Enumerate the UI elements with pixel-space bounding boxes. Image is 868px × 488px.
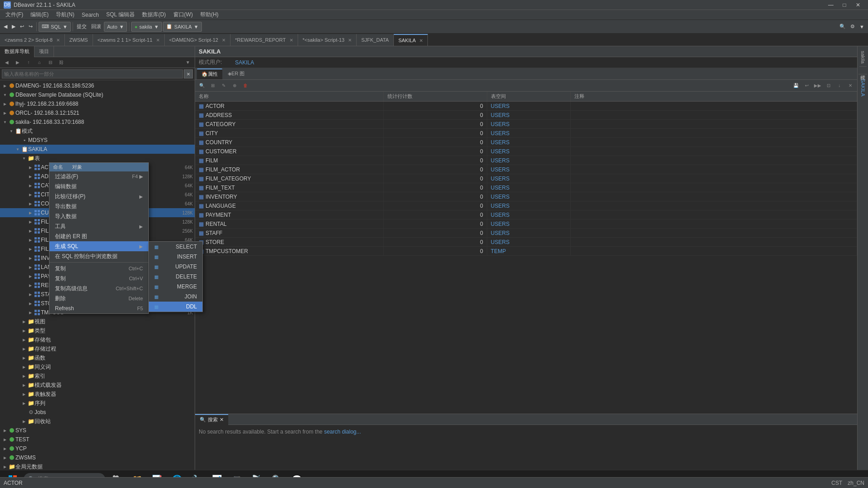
minimize-button[interactable]: — <box>824 0 837 10</box>
right-tab-schema[interactable]: 模式 <box>858 68 867 74</box>
table-add-btn[interactable]: ⊕ <box>230 81 240 90</box>
sql-mode-dropdown[interactable]: ⌨ SQL ▼ <box>39 22 71 32</box>
ctx-copy[interactable]: 复制 Ctrl+C <box>49 264 148 273</box>
table-row[interactable]: ▦INVENTORY0USERS <box>195 192 857 201</box>
table-row[interactable]: ▦STAFF0USERS <box>195 229 857 238</box>
editor-tab-3[interactable]: <DAMENG> Script-12 ✕ <box>165 34 230 46</box>
table-space-cell[interactable]: USERS <box>487 102 570 111</box>
table-revert-btn[interactable]: ↩ <box>802 81 812 90</box>
search-tab-close[interactable]: ✕ <box>220 417 224 423</box>
menu-sql[interactable]: SQL 编辑器 <box>103 10 138 20</box>
tree-item[interactable]: ⚙Jobs <box>0 408 195 417</box>
table-space-cell[interactable]: USERS <box>487 201 570 210</box>
tablespace-link[interactable]: USERS <box>491 139 510 146</box>
table-layout-btn[interactable]: ⊡ <box>824 81 834 90</box>
table-space-cell[interactable]: USERS <box>487 129 570 138</box>
ctx-delete-item[interactable]: 删除 Delete <box>49 293 148 303</box>
table-filter-btn[interactable]: ⊞ <box>208 81 218 90</box>
menu-database[interactable]: 数据库(D) <box>138 10 170 20</box>
right-tab-sakila[interactable]: sakila <box>859 48 867 67</box>
tablespace-link[interactable]: USERS <box>491 203 510 209</box>
tree-item[interactable]: ▶📁表触发器 <box>0 390 195 399</box>
ctx-browse-sql[interactable]: 在 SQL 控制台中浏览数据 <box>49 251 148 261</box>
table-row[interactable]: ▦STORE0USERS <box>195 238 857 247</box>
tab-projects[interactable]: 项目 <box>34 46 54 57</box>
menu-edit[interactable]: 编辑(E) <box>27 10 52 20</box>
nav-filter[interactable]: ▼ <box>183 58 193 67</box>
tree-item[interactable]: ▶ZWSMS <box>0 453 195 462</box>
tab-close[interactable]: ✕ <box>56 38 60 43</box>
tree-item[interactable]: ▶📁序列 <box>0 399 195 408</box>
ctx-filter[interactable]: 过滤器(F) F4 ▶ <box>49 171 148 181</box>
tree-item[interactable]: ▶TEST <box>0 435 195 444</box>
nav-link[interactable]: ⛓ <box>56 58 66 67</box>
ctx-ddl[interactable]: ▦ DDL <box>149 302 202 312</box>
table-space-cell[interactable]: USERS <box>487 192 570 201</box>
tree-item[interactable]: ▶📁同义词 <box>0 362 195 371</box>
tab-db-navigator[interactable]: 数据库导航 <box>0 46 34 57</box>
ctx-tools[interactable]: 工具 ▶ <box>49 221 148 231</box>
tablespace-link[interactable]: USERS <box>491 112 510 118</box>
tablespace-link[interactable]: USERS <box>491 121 510 127</box>
more-toolbar-btn[interactable]: ▼ <box>858 21 866 32</box>
tab-close[interactable]: ✕ <box>419 38 423 43</box>
tree-item[interactable]: ▶📁存储过程 <box>0 344 195 353</box>
menu-file[interactable]: 文件(F) <box>2 10 27 20</box>
tree-item[interactable]: ▶YCP <box>0 444 195 453</box>
tree-item[interactable]: ▶📁索引 <box>0 371 195 381</box>
tab-close[interactable]: ✕ <box>222 38 226 43</box>
table-row[interactable]: ▦LANGUAGE0USERS <box>195 201 857 210</box>
ctx-gen-sql[interactable]: 生成 SQL ▶ ▦ SELECT ▦ INSERT ▦ UPDATE ▦ DE… <box>49 241 148 251</box>
table-space-cell[interactable]: USERS <box>487 147 570 156</box>
ctx-join[interactable]: ▦ JOIN <box>149 292 202 302</box>
right-tab-sakila2[interactable]: SAKILA <box>859 76 867 99</box>
title-bar-controls[interactable]: — □ ✕ <box>824 0 864 10</box>
table-close-btn[interactable]: ✕ <box>845 81 855 90</box>
table-more-btn[interactable]: ▶▶ <box>813 81 823 90</box>
tree-item[interactable]: ▶📁存储包 <box>0 335 195 344</box>
table-row[interactable]: ▦CITY0USERS <box>195 129 857 138</box>
ctx-paste[interactable]: 复制 Ctrl+V <box>49 273 148 283</box>
tree-item[interactable]: ▶📁视图 <box>0 317 195 326</box>
table-space-cell[interactable]: USERS <box>487 138 570 147</box>
table-space-cell[interactable]: USERS <box>487 174 570 183</box>
tablespace-link[interactable]: USERS <box>491 130 510 137</box>
tree-item[interactable]: ▼📋模式 <box>0 127 195 136</box>
tablespace-link[interactable]: USERS <box>491 212 510 218</box>
tree-item[interactable]: ▶SYS <box>0 426 195 435</box>
tablespace-link[interactable]: USERS <box>491 103 510 109</box>
db-tab-er[interactable]: ◈ ER 图 <box>223 68 249 79</box>
table-save-btn[interactable]: 💾 <box>791 81 801 90</box>
editor-tab-2[interactable]: <zwsms 2 1 1> Script-11 ✕ <box>93 34 165 46</box>
ctx-compare[interactable]: 比较/迁移(P) ▶ <box>49 191 148 201</box>
menu-search[interactable]: Search <box>78 10 103 20</box>
tree-item[interactable]: ▪MDSYS <box>0 136 195 145</box>
tree-item[interactable]: ▶📁函数 <box>0 353 195 362</box>
table-space-cell[interactable]: USERS <box>487 156 570 165</box>
ctx-import[interactable]: 导入数据 <box>49 211 148 221</box>
undo-button[interactable]: ↩ <box>18 21 26 32</box>
tree-item[interactable]: ▶📁回收站 <box>0 417 195 426</box>
table-row[interactable]: ▦FILM_ACTOR0USERS <box>195 165 857 174</box>
tree-item[interactable]: ▶📁模式载发器 <box>0 381 195 390</box>
connection-dropdown[interactable]: ● sakila ▼ <box>131 22 162 32</box>
tree-item[interactable]: ▶lhyj - 192.168.23.169:6688 <box>0 99 195 108</box>
ctx-copy-adv[interactable]: 复制高级信息 Ctrl+Shift+C <box>49 283 148 293</box>
search-tab[interactable]: 🔍 搜索 ✕ <box>195 414 228 425</box>
db-tab-properties[interactable]: 🏠 属性 <box>197 68 222 79</box>
ctx-insert[interactable]: ▦ INSERT <box>149 252 202 262</box>
rollback-button[interactable]: 回滚 <box>89 21 103 32</box>
tree-item[interactable]: ▶DAMENG - 192.168.33.186:5236 <box>0 81 195 90</box>
tablespace-link[interactable]: USERS <box>491 148 510 155</box>
schema-dropdown[interactable]: 📋 SAKILA ▼ <box>163 22 201 32</box>
editor-tab-6[interactable]: SJFK_DATA <box>357 34 394 46</box>
tree-item[interactable]: ▼DBeaver Sample Database (SQLite) <box>0 90 195 99</box>
redo-button[interactable]: ↪ <box>27 21 34 32</box>
editor-tab-1[interactable]: ZWSMS <box>65 34 93 46</box>
table-row[interactable]: ▦FILM0USERS <box>195 156 857 165</box>
tablespace-link[interactable]: USERS <box>491 176 510 182</box>
ctx-create-er[interactable]: 创建的 ER 图 <box>49 231 148 241</box>
editor-tab-sakila[interactable]: SAKILA ✕ <box>394 34 428 46</box>
owner-value[interactable]: SAKILA <box>235 59 254 66</box>
auto-dropdown[interactable]: Auto ▼ <box>104 22 128 32</box>
